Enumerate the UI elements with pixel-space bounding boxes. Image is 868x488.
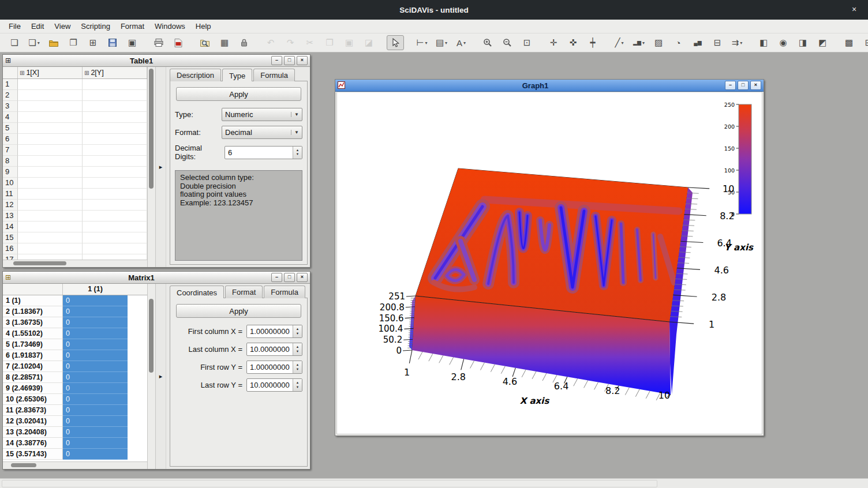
apply-button[interactable]: Apply [176,87,301,101]
plot3d-scatter-button[interactable]: ◉ [775,35,792,50]
table-tab-description[interactable]: Description [170,69,221,81]
first-row-y-input[interactable]: 1.00000000▲▼ [246,361,302,374]
table-cell[interactable] [83,232,147,243]
last-row-y-input[interactable]: 10.0000000▲▼ [246,378,302,392]
menu-file[interactable]: File [3,20,26,32]
scrollbar-thumb[interactable] [13,261,66,265]
column-header-2y[interactable]: ⊞ 2[Y] [83,67,147,78]
fit-wizard-button[interactable]: ⊞ [860,35,868,50]
row-number[interactable]: 1 [3,79,18,90]
table-cell[interactable] [83,156,147,167]
table-cell[interactable] [83,243,147,254]
matrix-row-header[interactable]: 10 (2.65306) [3,394,63,405]
menu-format[interactable]: Format [115,20,149,32]
table-cell[interactable] [83,90,147,101]
save-template-button[interactable]: ▣ [124,35,141,50]
matrix-row-header[interactable]: 9 (2.46939) [3,383,63,394]
minimize-button[interactable]: – [725,81,736,90]
row-number[interactable]: 15 [3,232,18,243]
matrix-cell[interactable]: 0 [63,405,128,416]
menu-edit[interactable]: Edit [26,20,49,32]
open-template-button[interactable]: ❐ [65,35,82,50]
matrix-row-header[interactable]: 5 (1.73469) [3,339,63,350]
copy-button[interactable]: ❐ [321,35,338,50]
table-cell[interactable] [18,79,83,90]
new-project-button[interactable]: ❏ [6,35,23,50]
horizontal-scrollbar[interactable] [3,461,147,469]
matrix-tab-format[interactable]: Format [225,286,263,298]
row-number[interactable]: 16 [3,243,18,254]
table-cell[interactable] [18,156,83,167]
maximize-button[interactable]: □ [738,81,749,90]
matrix-cell[interactable]: 0 [63,438,128,449]
table-cell[interactable] [18,167,83,178]
save-project-button[interactable] [104,35,121,50]
matrix-cell[interactable]: 0 [63,306,128,317]
table-cell[interactable] [18,90,83,101]
spinner-arrows-icon[interactable]: ▲▼ [293,147,302,159]
row-number[interactable]: 9 [3,167,18,178]
table-cell[interactable] [18,101,83,112]
maximize-button[interactable]: □ [284,56,295,65]
matrix-row-header[interactable]: 12 (3.02041) [3,416,63,427]
rescale-to-show-all-button[interactable]: ⊡ [518,35,536,50]
matrix-cell[interactable]: 0 [63,328,128,339]
pointer-button[interactable] [387,35,404,50]
table-cell[interactable] [83,123,147,134]
new-aspect-button[interactable]: ❏▾ [25,35,43,50]
matrix-tab-coordinates[interactable]: Coordinates [170,286,224,298]
matrix-cell[interactable]: 0 [63,416,128,427]
matrix-cell[interactable]: 0 [63,427,128,438]
row-number[interactable]: 7 [3,145,18,156]
plot-canvas[interactable]: 12.84.66.48.21012.84.66.48.210251200.815… [336,92,762,434]
menu-help[interactable]: Help [190,20,216,32]
project-explorer-button[interactable] [196,35,214,50]
last-column-x-input[interactable]: 10.0000000▲▼ [246,343,302,356]
matrix-cell[interactable]: 0 [63,372,128,383]
table-cell[interactable] [83,189,147,200]
row-number[interactable]: 6 [3,134,18,145]
plot-area-button[interactable]: ▨ [650,35,667,50]
matrix-corner-cell[interactable] [3,284,63,295]
table-plot-wizard-button[interactable]: ▩ [840,35,858,50]
lock-toolbars-button[interactable] [235,35,253,50]
add-curve-button[interactable]: ⊢▾ [413,35,431,50]
matrix-row-header[interactable]: 14 (3.38776) [3,438,63,449]
add-error-bars-button[interactable]: ▤▾ [433,35,450,50]
plot-box-button[interactable]: ⊟ [709,35,726,50]
matrix-row-header[interactable]: 11 (2.83673) [3,405,63,416]
table-cell[interactable] [18,232,83,243]
row-number[interactable]: 2 [3,90,18,101]
select-data-range-button[interactable]: ┿ [584,35,601,50]
scrollbar-thumb[interactable] [11,463,36,467]
matrix1-titlebar[interactable]: ⊞ Matrix1 – □ × [3,272,310,284]
table-cell[interactable] [83,134,147,145]
table-cell[interactable] [18,222,83,232]
matrix-row-header[interactable]: 4 (1.55102) [3,328,63,339]
screen-reader-button[interactable]: ✛ [545,35,562,50]
matrix-column-header[interactable]: 1 (1) [63,284,128,295]
apply-button[interactable]: Apply [176,304,301,318]
matrix-cell[interactable]: 0 [63,361,128,372]
export-pdf-button[interactable] [170,35,187,50]
table-cell[interactable] [18,123,83,134]
undo-button[interactable]: ↶ [262,35,279,50]
horizontal-scrollbar[interactable] [3,260,147,267]
row-number[interactable]: 14 [3,222,18,232]
vertical-scrollbar[interactable] [147,67,156,267]
matrix-cell[interactable]: 0 [63,350,128,361]
vertical-scrollbar[interactable] [147,284,156,469]
minimize-button[interactable]: – [271,273,282,282]
matrix-row-header[interactable]: 13 (3.20408) [3,427,63,438]
type-select[interactable]: Numeric ▼ [222,108,302,121]
draw-line-button[interactable]: ╱▾ [611,35,628,50]
plot3d-bars-button[interactable]: ◧ [755,35,772,50]
row-number[interactable]: 3 [3,101,18,112]
matrix-row-header[interactable]: 8 (2.28571) [3,372,63,383]
close-button[interactable]: × [297,273,308,282]
plot-histogram-button[interactable]: ▄▆ [689,35,706,50]
paste-button[interactable]: ▣ [341,35,358,50]
row-number[interactable]: 13 [3,211,18,222]
maximize-button[interactable]: □ [284,273,295,282]
table-cell[interactable] [18,200,83,211]
